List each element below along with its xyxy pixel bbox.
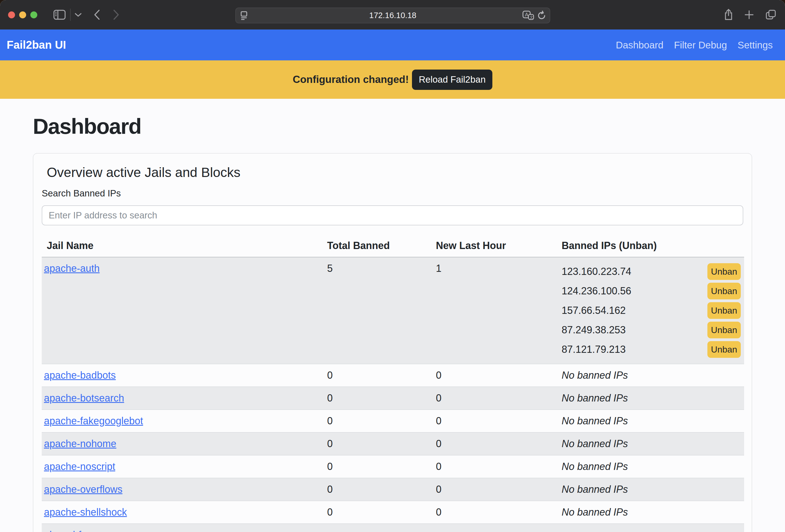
jails-tbody: apache-auth51123.160.223.74Unban124.236.… [42,257,744,532]
new-last-hour-cell: 0 [434,455,559,478]
no-banned-ips-label: No banned IPs [562,461,628,472]
reload-fail2ban-button[interactable]: Reload Fail2ban [412,70,492,90]
total-banned-cell: 0 [325,478,434,501]
table-row: apache-auth51123.160.223.74Unban124.236.… [42,257,744,364]
page-content: Dashboard Overview active Jails and Bloc… [0,116,785,532]
unban-button[interactable]: Unban [707,263,741,280]
table-row: apache-nohome00No banned IPs [42,432,744,455]
address-bar[interactable]: 172.16.10.18 A 文 [235,7,550,23]
jail-link[interactable]: php-url-fopen [44,529,103,532]
total-banned-cell: 0 [325,432,434,455]
jail-link[interactable]: apache-shellshock [44,506,127,518]
header-banned-ips: Banned IPs (Unban) [559,232,744,257]
toolbar-separator [70,9,71,21]
back-button-icon[interactable] [94,9,100,20]
no-banned-ips-label: No banned IPs [562,392,628,404]
unban-button[interactable]: Unban [707,302,741,319]
header-new-last-hour: New Last Hour [434,232,559,257]
banned-ips-cell: No banned IPs [559,432,744,455]
jail-link[interactable]: apache-fakegooglebot [44,415,143,427]
jail-link[interactable]: apache-botsearch [44,392,124,404]
unban-button[interactable]: Unban [707,322,741,338]
minimize-window-button[interactable] [19,11,26,18]
new-tab-icon[interactable] [744,10,754,20]
header-total-banned: Total Banned [325,232,434,257]
jail-name-cell: apache-shellshock [42,501,325,524]
forward-button-icon[interactable] [113,9,120,20]
banned-ip-row: 87.249.38.253Unban [562,320,744,340]
nav-link-dashboard[interactable]: Dashboard [611,40,669,51]
jail-name-cell: apache-badbots [42,364,325,387]
traffic-lights [8,11,37,18]
banned-ips-cell: No banned IPs [559,478,744,501]
new-last-hour-cell: 0 [434,410,559,432]
card-heading: Overview active Jails and Blocks [47,166,743,179]
sidebar-toggle-icon[interactable] [53,10,66,20]
translate-icon[interactable]: A 文 [523,10,534,21]
new-last-hour-cell: 0 [434,501,559,524]
jails-table: Jail Name Total Banned New Last Hour Ban… [42,232,744,532]
new-last-hour-cell [434,524,559,532]
table-row: php-url-fopen [42,524,744,532]
brand[interactable]: Fail2ban UI [7,39,66,51]
chevron-down-icon[interactable] [75,12,82,17]
total-banned-cell: 5 [325,257,434,364]
jail-name-cell: apache-overflows [42,478,325,501]
nav-link-settings[interactable]: Settings [732,40,778,51]
jail-link[interactable]: apache-badbots [44,370,116,381]
jail-link[interactable]: apache-overflows [44,484,122,495]
unban-button[interactable]: Unban [707,283,741,299]
share-icon[interactable] [724,9,733,21]
overview-card: Overview active Jails and Blocks Search … [33,153,752,532]
banner-message: Configuration changed! [293,74,409,85]
banned-ip-row: 157.66.54.162Unban [562,301,744,320]
jail-name-cell: apache-nohome [42,432,325,455]
search-input[interactable] [42,205,743,225]
new-last-hour-cell: 0 [434,387,559,410]
new-last-hour-cell: 0 [434,432,559,455]
banned-ips-cell [559,524,744,532]
table-row: apache-noscript00No banned IPs [42,455,744,478]
jail-name-cell: apache-botsearch [42,387,325,410]
zoom-window-button[interactable] [30,11,37,18]
jail-name-cell: apache-noscript [42,455,325,478]
banned-ip: 87.249.38.253 [562,323,626,337]
new-last-hour-cell: 0 [434,364,559,387]
jail-link[interactable]: apache-auth [44,263,100,274]
tab-overview-icon[interactable] [765,9,776,20]
banned-ip: 157.66.54.162 [562,303,626,318]
table-row: apache-badbots00No banned IPs [42,364,744,387]
unban-button[interactable]: Unban [707,341,741,358]
new-last-hour-cell: 0 [434,478,559,501]
app-navbar: Fail2ban UI Dashboard Filter Debug Setti… [0,29,785,60]
config-changed-banner: Configuration changed! Reload Fail2ban [0,60,785,99]
total-banned-cell: 0 [325,455,434,478]
page-title: Dashboard [33,116,752,137]
no-banned-ips-label: No banned IPs [562,438,628,449]
reload-icon[interactable] [537,10,546,21]
browser-window: 172.16.10.18 A 文 [0,0,785,532]
banned-ip-row: 87.121.79.213Unban [562,340,744,359]
jail-link[interactable]: apache-nohome [44,438,116,449]
banned-ip: 87.121.79.213 [562,342,626,357]
no-banned-ips-label: No banned IPs [562,484,628,495]
banned-ips-cell: No banned IPs [559,501,744,524]
banned-ip-row: 123.160.223.74Unban [562,262,744,281]
jail-link[interactable]: apache-noscript [44,461,115,472]
banned-ips-cell: No banned IPs [559,410,744,432]
banned-ip: 123.160.223.74 [562,264,631,279]
close-window-button[interactable] [8,11,15,18]
jail-name-cell: apache-fakegooglebot [42,410,325,432]
url-text[interactable]: 172.16.10.18 [236,11,550,20]
jail-name-cell: apache-auth [42,257,325,364]
table-row: apache-fakegooglebot00No banned IPs [42,410,744,432]
nav-link-filter-debug[interactable]: Filter Debug [669,40,732,51]
table-row: apache-overflows00No banned IPs [42,478,744,501]
banned-ips-cell: No banned IPs [559,387,744,410]
new-last-hour-cell: 1 [434,257,559,364]
total-banned-cell: 0 [325,410,434,432]
banned-ip-row: 124.236.100.56Unban [562,281,744,301]
no-banned-ips-label: No banned IPs [562,415,628,427]
banned-ip: 124.236.100.56 [562,283,631,299]
nav-links: Dashboard Filter Debug Settings [611,40,778,51]
